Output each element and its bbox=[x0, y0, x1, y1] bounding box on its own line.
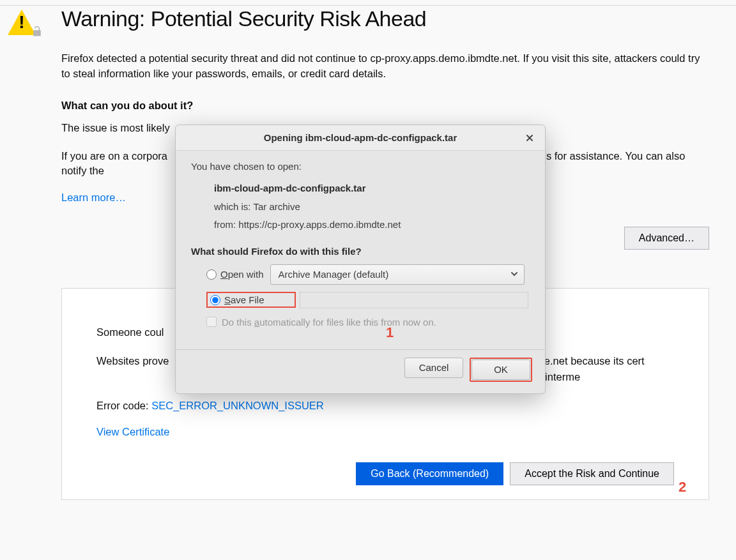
do-automatically-checkbox[interactable] bbox=[206, 317, 217, 327]
view-certificate-link[interactable]: View Certificate bbox=[96, 426, 169, 437]
learn-more-link[interactable]: Learn more… bbox=[61, 192, 126, 204]
advanced-button[interactable]: Advanced… bbox=[624, 227, 709, 250]
save-file-label[interactable]: Save File bbox=[224, 294, 264, 305]
ok-button[interactable]: OK bbox=[471, 359, 530, 380]
download-dialog: Opening ibm-cloud-apm-dc-configpack.tar … bbox=[175, 125, 546, 394]
annotation-number-2: 2 bbox=[678, 479, 686, 496]
chevron-down-icon bbox=[510, 269, 519, 280]
dialog-title: Opening ibm-cloud-apm-dc-configpack.tar bbox=[264, 132, 457, 143]
what-can-you-do-heading: What can you do about it? bbox=[61, 100, 709, 112]
warning-triangle-icon: ! bbox=[8, 10, 38, 42]
error-code-line: Error code: SEC_ERROR_UNKNOWN_ISSUER bbox=[96, 398, 674, 414]
dialog-filename: ibm-cloud-apm-dc-configpack.tar bbox=[214, 179, 530, 198]
open-with-app-select[interactable]: Archive Manager (default) bbox=[270, 264, 525, 285]
page-title: Warning: Potential Security Risk Ahead bbox=[61, 6, 709, 32]
dialog-filetype: which is: Tar archive bbox=[214, 198, 530, 216]
dialog-question: What should Firefox do with this file? bbox=[191, 246, 530, 257]
open-with-label[interactable]: Open with bbox=[220, 269, 264, 280]
dialog-source: from: https://cp-proxy.apps.demo.ibmdte.… bbox=[214, 216, 530, 234]
cancel-button[interactable]: Cancel bbox=[404, 358, 463, 378]
annotation-box-1: Save File bbox=[206, 292, 296, 308]
accept-risk-button[interactable]: Accept the Risk and Continue bbox=[510, 462, 674, 485]
dialog-intro-text: You have chosen to open: bbox=[191, 161, 530, 172]
open-with-radio[interactable] bbox=[206, 269, 217, 280]
do-automatically-label: Do this automatically for files like thi… bbox=[222, 317, 436, 328]
dialog-titlebar: Opening ibm-cloud-apm-dc-configpack.tar bbox=[176, 125, 545, 151]
error-code-link[interactable]: SEC_ERROR_UNKNOWN_ISSUER bbox=[151, 400, 324, 411]
annotation-number-1: 1 bbox=[386, 324, 394, 341]
insecure-lock-icon bbox=[31, 25, 43, 38]
annotation-box-2: OK bbox=[470, 358, 532, 382]
warning-lead-text: Firefox detected a potential security th… bbox=[61, 51, 707, 82]
close-icon[interactable] bbox=[522, 130, 537, 146]
save-file-radio[interactable] bbox=[210, 295, 220, 305]
cert-go-back-button[interactable]: Go Back (Recommended) bbox=[356, 462, 503, 485]
open-with-row: Open with Archive Manager (default) bbox=[206, 264, 530, 285]
save-file-focus-strip bbox=[300, 292, 528, 308]
